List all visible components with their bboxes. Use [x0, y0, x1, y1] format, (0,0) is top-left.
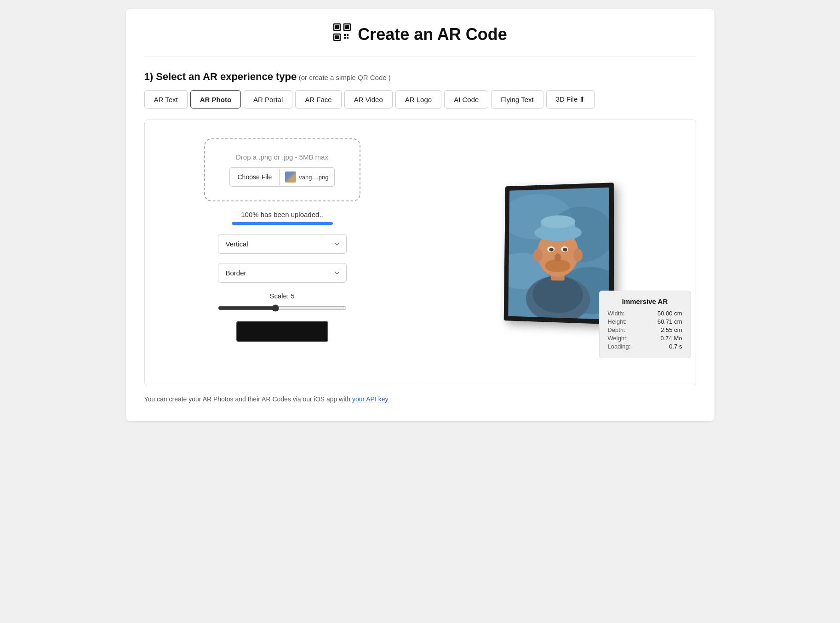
right-panel: Immersive AR Width: 50.00 cm Height: 60.… — [420, 120, 696, 386]
svg-rect-1 — [335, 25, 339, 29]
file-input-row: Choose File vang....png — [229, 167, 334, 187]
info-key-depth: Depth: — [608, 326, 625, 333]
section-title: 1) Select an AR experience type — [144, 71, 297, 82]
svg-point-28 — [573, 249, 583, 262]
painting-inner — [508, 188, 609, 320]
svg-point-24 — [549, 248, 554, 251]
tabs-row: AR Text AR Photo AR Portal AR Face AR Vi… — [144, 90, 696, 109]
info-key-width: Width: — [608, 310, 625, 317]
svg-rect-7 — [347, 34, 349, 36]
upload-status-text: 100% has been uploaded.. — [241, 211, 323, 218]
orientation-select-container: Vertical Horizontal — [218, 234, 347, 254]
info-card-title: Immersive AR — [608, 297, 682, 305]
orientation-select[interactable]: Vertical Horizontal — [218, 234, 347, 254]
footer-text-end: . — [390, 395, 392, 403]
file-name-display: vang....png — [280, 168, 334, 186]
info-row-height: Height: 60.71 cm — [608, 318, 682, 325]
painting-frame — [504, 183, 614, 324]
painting-preview — [503, 184, 613, 322]
svg-point-25 — [563, 248, 567, 251]
svg-rect-6 — [344, 34, 346, 36]
scale-section: Scale: 5 — [218, 292, 347, 312]
svg-rect-8 — [344, 37, 346, 39]
svg-rect-9 — [347, 37, 349, 39]
info-row-depth: Depth: 2.55 cm — [608, 326, 682, 333]
choose-file-button[interactable]: Choose File — [230, 169, 280, 185]
info-row-loading: Loading: 0.7 s — [608, 343, 682, 350]
footer-text: You can create your AR Photos and their … — [144, 395, 352, 403]
tab-ar-face[interactable]: AR Face — [295, 90, 341, 109]
tab-ai-code[interactable]: AI Code — [444, 90, 488, 109]
scale-label: Scale: 5 — [269, 292, 294, 300]
scale-slider[interactable] — [218, 304, 347, 312]
tab-3d-file[interactable]: 3D File ⬆ — [546, 90, 595, 109]
tab-ar-photo[interactable]: AR Photo — [190, 90, 241, 109]
dropzone[interactable]: Drop a .png or .jpg - 5MB max Choose Fil… — [204, 138, 360, 201]
info-card: Immersive AR Width: 50.00 cm Height: 60.… — [599, 291, 691, 358]
footer: You can create your AR Photos and their … — [144, 395, 696, 403]
info-val-loading: 0.7 s — [669, 343, 682, 350]
left-panel: Drop a .png or .jpg - 5MB max Choose Fil… — [145, 120, 420, 386]
svg-rect-3 — [345, 25, 349, 29]
section-header: 1) Select an AR experience type (or crea… — [144, 71, 696, 83]
svg-point-29 — [554, 253, 561, 262]
tab-ar-video[interactable]: AR Video — [344, 90, 393, 109]
info-val-height: 60.71 cm — [657, 318, 682, 325]
tab-flying-text[interactable]: Flying Text — [491, 90, 543, 109]
info-key-loading: Loading: — [608, 343, 631, 350]
tab-ar-logo[interactable]: AR Logo — [395, 90, 441, 109]
info-key-weight: Weight: — [608, 335, 628, 342]
svg-rect-5 — [335, 35, 339, 39]
tab-ar-text[interactable]: AR Text — [144, 90, 188, 109]
api-key-link[interactable]: your API key — [352, 395, 389, 403]
tab-ar-portal[interactable]: AR Portal — [244, 90, 292, 109]
info-key-height: Height: — [608, 318, 627, 325]
header: Create an AR Code — [144, 23, 696, 57]
frame-select[interactable]: Border None Shadow — [218, 263, 347, 283]
file-thumbnail — [285, 171, 296, 183]
frame-select-container: Border None Shadow — [218, 263, 347, 283]
info-val-depth: 2.55 cm — [661, 326, 682, 333]
upload-status-section: 100% has been uploaded.. — [218, 211, 347, 225]
main-panel: Drop a .png or .jpg - 5MB max Choose Fil… — [144, 120, 696, 386]
color-swatch[interactable] — [236, 321, 328, 342]
page-container: Create an AR Code 1) Select an AR experi… — [126, 9, 714, 421]
dropzone-instruction: Drop a .png or .jpg - 5MB max — [236, 153, 328, 161]
info-val-weight: 0.74 Mo — [661, 335, 682, 342]
file-name-text: vang....png — [299, 174, 328, 181]
info-val-width: 50.00 cm — [657, 310, 682, 317]
info-row-weight: Weight: 0.74 Mo — [608, 335, 682, 342]
info-row-width: Width: 50.00 cm — [608, 310, 682, 317]
progress-bar-fill — [232, 222, 333, 225]
section-subtitle: (or create a simple QR Code ) — [299, 74, 391, 81]
qr-icon — [333, 23, 351, 46]
page-title: Create an AR Code — [358, 25, 507, 44]
progress-bar-container — [232, 222, 333, 225]
